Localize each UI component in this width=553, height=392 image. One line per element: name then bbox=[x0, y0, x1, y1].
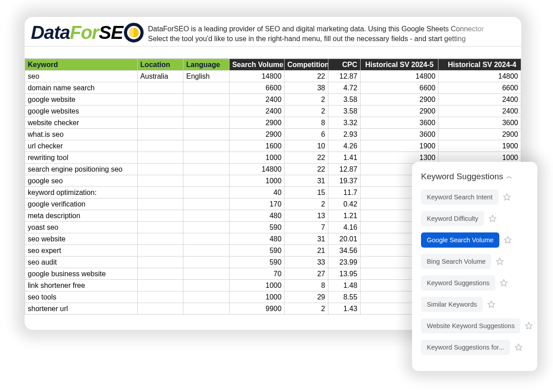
cell-search-volume[interactable]: 590 bbox=[229, 245, 284, 257]
cell-cpc[interactable]: 2.93 bbox=[328, 129, 360, 140]
cell-hist-2[interactable]: 1900 bbox=[438, 140, 521, 152]
cell-hist-2[interactable]: 6600 bbox=[438, 82, 521, 94]
col-hist-2[interactable]: Historical SV 2024-4 bbox=[438, 59, 521, 71]
col-hist-1[interactable]: Historical SV 2024-5 bbox=[360, 59, 438, 71]
cell-language[interactable] bbox=[183, 233, 230, 245]
suggestion-chip[interactable]: Bing Search Volume bbox=[421, 254, 491, 269]
cell-language[interactable] bbox=[183, 210, 230, 222]
star-icon[interactable] bbox=[503, 193, 511, 201]
cell-competition[interactable]: 8 bbox=[285, 117, 328, 129]
cell-competition[interactable]: 29 bbox=[285, 291, 328, 303]
cell-location[interactable] bbox=[137, 245, 183, 257]
cell-language[interactable] bbox=[183, 129, 230, 140]
cell-hist-1[interactable]: 1900 bbox=[360, 140, 438, 152]
cell-competition[interactable]: 22 bbox=[285, 152, 328, 164]
cell-search-volume[interactable]: 1000 bbox=[229, 175, 284, 187]
cell-search-volume[interactable]: 6600 bbox=[229, 82, 284, 94]
cell-search-volume[interactable]: 70 bbox=[229, 268, 284, 280]
cell-location[interactable] bbox=[137, 268, 183, 280]
cell-search-volume[interactable]: 2900 bbox=[229, 117, 284, 129]
cell-competition[interactable]: 31 bbox=[285, 175, 328, 187]
cell-cpc[interactable]: 4.26 bbox=[328, 140, 360, 152]
cell-language[interactable] bbox=[183, 291, 230, 303]
cell-cpc[interactable]: 1.48 bbox=[328, 280, 360, 291]
cell-cpc[interactable]: 8.55 bbox=[328, 291, 360, 303]
cell-cpc[interactable]: 3.32 bbox=[328, 117, 360, 129]
cell-keyword[interactable]: website checker bbox=[25, 117, 138, 129]
suggestion-chip[interactable]: Keyword Suggestions for... bbox=[421, 340, 510, 355]
cell-hist-2[interactable]: 14800 bbox=[438, 71, 521, 82]
cell-location[interactable] bbox=[137, 94, 183, 105]
cell-location[interactable] bbox=[137, 210, 183, 222]
cell-location[interactable] bbox=[137, 82, 183, 94]
cell-hist-2[interactable]: 2900 bbox=[438, 129, 521, 140]
cell-hist-2[interactable]: 2400 bbox=[438, 105, 521, 117]
cell-search-volume[interactable]: 2400 bbox=[229, 105, 284, 117]
suggestion-chip[interactable]: Similar Keywords bbox=[421, 297, 483, 312]
table-row[interactable]: google websites240023.5829002400 bbox=[25, 105, 521, 117]
cell-hist-1[interactable]: 14800 bbox=[360, 71, 438, 82]
table-row[interactable]: website checker290083.3236003600 bbox=[25, 117, 521, 129]
cell-hist-1[interactable]: 3600 bbox=[360, 129, 438, 140]
suggestion-chip[interactable]: Keyword Difficulty bbox=[421, 211, 484, 226]
col-search-volume[interactable]: Search Volume bbox=[229, 59, 284, 71]
cell-cpc[interactable]: 20.01 bbox=[328, 233, 360, 245]
cell-competition[interactable]: 15 bbox=[285, 187, 328, 198]
cell-language[interactable] bbox=[183, 152, 230, 164]
col-cpc[interactable]: CPC bbox=[328, 59, 360, 71]
cell-language[interactable] bbox=[183, 94, 230, 105]
cell-search-volume[interactable]: 480 bbox=[229, 233, 284, 245]
cell-competition[interactable]: 27 bbox=[285, 268, 328, 280]
cell-hist-1[interactable]: 6600 bbox=[360, 82, 438, 94]
cell-location[interactable] bbox=[137, 140, 183, 152]
cell-competition[interactable]: 7 bbox=[285, 222, 328, 233]
cell-keyword[interactable]: keyword optimization: bbox=[25, 187, 138, 198]
star-icon[interactable] bbox=[515, 343, 523, 351]
cell-competition[interactable]: 2 bbox=[285, 94, 328, 105]
cell-language[interactable] bbox=[183, 105, 230, 117]
cell-location[interactable] bbox=[137, 257, 183, 268]
cell-competition[interactable]: 6 bbox=[285, 129, 328, 140]
cell-cpc[interactable]: 34.56 bbox=[328, 245, 360, 257]
cell-search-volume[interactable]: 14800 bbox=[229, 71, 284, 82]
cell-language[interactable] bbox=[183, 245, 230, 257]
cell-language[interactable]: English bbox=[183, 71, 230, 82]
cell-language[interactable] bbox=[183, 117, 230, 129]
cell-cpc[interactable]: 1.21 bbox=[328, 210, 360, 222]
cell-keyword[interactable]: seo bbox=[25, 71, 138, 82]
cell-cpc[interactable]: 4.72 bbox=[328, 82, 360, 94]
suggestion-chip[interactable]: Keyword Suggestions bbox=[421, 275, 495, 291]
cell-hist-2[interactable]: 2400 bbox=[438, 94, 521, 105]
cell-keyword[interactable]: url checker bbox=[25, 140, 138, 152]
cell-location[interactable]: Australia bbox=[137, 71, 183, 82]
suggestion-chip[interactable]: Website Keyword Suggestions bbox=[421, 318, 520, 333]
cell-cpc[interactable]: 3.58 bbox=[328, 94, 360, 105]
cell-keyword[interactable]: link shortener free bbox=[25, 280, 138, 291]
cell-cpc[interactable]: 13.95 bbox=[328, 268, 360, 280]
cell-search-volume[interactable]: 590 bbox=[229, 257, 284, 268]
cell-location[interactable] bbox=[137, 152, 183, 164]
col-location[interactable]: Location bbox=[137, 59, 183, 71]
cell-location[interactable] bbox=[137, 129, 183, 140]
cell-competition[interactable]: 31 bbox=[285, 233, 328, 245]
cell-search-volume[interactable]: 40 bbox=[229, 187, 284, 198]
cell-hist-2[interactable]: 3600 bbox=[438, 117, 521, 129]
cell-location[interactable] bbox=[137, 175, 183, 187]
cell-location[interactable] bbox=[137, 291, 183, 303]
cell-competition[interactable]: 13 bbox=[285, 210, 328, 222]
cell-location[interactable] bbox=[137, 198, 183, 210]
cell-competition[interactable]: 38 bbox=[285, 82, 328, 94]
cell-search-volume[interactable]: 14800 bbox=[229, 164, 284, 175]
cell-cpc[interactable]: 12.87 bbox=[328, 164, 360, 175]
cell-cpc[interactable]: 3.58 bbox=[328, 105, 360, 117]
cell-keyword[interactable]: google website bbox=[25, 94, 138, 105]
cell-keyword[interactable]: seo audit bbox=[25, 257, 138, 268]
star-icon[interactable] bbox=[487, 300, 495, 308]
cell-keyword[interactable]: meta description bbox=[25, 210, 138, 222]
cell-hist-1[interactable]: 3600 bbox=[360, 117, 438, 129]
cell-keyword[interactable]: yoast seo bbox=[25, 222, 138, 233]
cell-competition[interactable]: 2 bbox=[285, 303, 328, 315]
col-keyword[interactable]: Keyword bbox=[25, 59, 138, 71]
cell-location[interactable] bbox=[137, 187, 183, 198]
cell-search-volume[interactable]: 1000 bbox=[229, 291, 284, 303]
